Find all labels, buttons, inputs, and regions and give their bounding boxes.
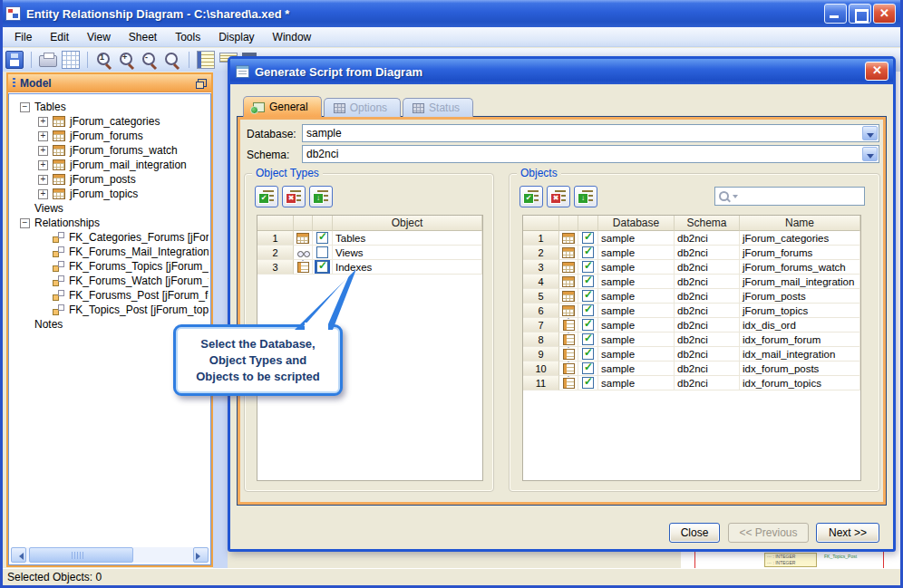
- save-icon[interactable]: [5, 51, 24, 69]
- dialog-title-bar[interactable]: Generate Script from Diagram: [230, 59, 893, 84]
- previous-button[interactable]: << Previous: [728, 523, 809, 543]
- schema-combo[interactable]: db2nci: [302, 145, 879, 163]
- tree-item-label: FK_Forusms_Post [jForum_forums: [69, 289, 209, 302]
- tree-toggle-icon[interactable]: [38, 117, 48, 127]
- tree-item[interactable]: FK_Forusms_Post [jForum_forums: [11, 288, 209, 303]
- panel-list-icon[interactable]: [197, 51, 215, 69]
- table-row[interactable]: 5 sample db2nci jForum_posts: [523, 289, 860, 304]
- menu-bar: FileEditViewSheetToolsDisplayWindow: [0, 27, 903, 47]
- zoom-in-icon[interactable]: +: [118, 51, 136, 69]
- table-row[interactable]: 7 sample db2nci idx_dis_ord: [523, 318, 860, 333]
- table-row[interactable]: 9 sample db2nci idx_mail_integration: [523, 347, 860, 361]
- tree-item[interactable]: jForum_forums: [11, 129, 209, 143]
- tree-item[interactable]: jForum_posts: [11, 172, 209, 187]
- check-all-icon[interactable]: [255, 186, 278, 207]
- print-icon[interactable]: [39, 55, 57, 67]
- tree-toggle-icon[interactable]: [38, 146, 48, 156]
- callout-line: Object Types and: [209, 353, 306, 367]
- objects-rows: 1 sample db2nci jForum_categories 2: [523, 231, 860, 390]
- row-checkbox[interactable]: [316, 232, 328, 244]
- menu-item[interactable]: Display: [209, 28, 263, 46]
- table-row[interactable]: 2 Views: [257, 246, 482, 260]
- drag-handle-icon[interactable]: [13, 78, 15, 89]
- tree-item[interactable]: FK_Forums_Topics [jForum_forums: [11, 259, 209, 274]
- tree-toggle-icon[interactable]: [38, 189, 48, 199]
- row-checkbox[interactable]: [316, 246, 328, 258]
- tree-item[interactable]: jForum_topics: [11, 187, 209, 201]
- uncheck-all-icon[interactable]: [547, 186, 570, 207]
- row-checkbox[interactable]: [582, 232, 594, 244]
- table-row[interactable]: 1 sample db2nci jForum_categories: [523, 231, 860, 246]
- maximize-icon[interactable]: [849, 4, 871, 24]
- table-row[interactable]: 4 sample db2nci jForum_mail_integration: [523, 275, 860, 289]
- table-row[interactable]: 11 sample db2nci idx_forum_topics: [523, 376, 860, 390]
- tree-toggle-icon[interactable]: [38, 160, 48, 170]
- tree-item[interactable]: jForum_forums_watch: [11, 143, 209, 158]
- tree-toggle-icon[interactable]: [20, 218, 30, 228]
- close-button[interactable]: Close: [669, 523, 720, 543]
- invert-check-icon[interactable]: [574, 186, 597, 207]
- tree-item[interactable]: Relationships: [11, 216, 209, 230]
- row-checkbox[interactable]: [582, 290, 594, 302]
- scroll-right-icon[interactable]: [193, 547, 209, 563]
- uncheck-all-icon[interactable]: [282, 186, 306, 207]
- zoom-actual-icon[interactable]: 1: [95, 51, 113, 69]
- menu-item[interactable]: Tools: [166, 28, 209, 46]
- minimize-icon[interactable]: [824, 4, 847, 24]
- dialog-tab[interactable]: Status: [403, 98, 473, 117]
- tree-item[interactable]: FK_Forums_Mail_Integration [jForu: [11, 245, 209, 259]
- table-row[interactable]: 1 Tables: [257, 231, 482, 246]
- next-button[interactable]: Next >>: [816, 523, 879, 543]
- tree-toggle-icon[interactable]: [20, 102, 30, 112]
- row-checkbox[interactable]: [582, 362, 594, 374]
- row-checkbox[interactable]: [582, 261, 594, 273]
- dialog-tab[interactable]: Options: [324, 98, 401, 117]
- table-header-row: Database Schema Name: [523, 216, 860, 231]
- row-checkbox[interactable]: [582, 319, 594, 331]
- table-row[interactable]: 2 sample db2nci jForum_forums: [523, 246, 860, 260]
- menu-item[interactable]: Edit: [41, 28, 78, 46]
- scroll-left-icon[interactable]: [11, 547, 26, 563]
- objects-search-input[interactable]: [714, 187, 865, 206]
- tree-item[interactable]: FK_Topics_Post [jForum_topics - jF: [11, 303, 209, 317]
- row-checkbox[interactable]: [582, 377, 594, 389]
- menu-item[interactable]: File: [5, 28, 41, 46]
- row-checkbox[interactable]: [582, 333, 594, 345]
- zoom-icon[interactable]: [163, 51, 181, 69]
- scrollbar-thumb[interactable]: [29, 547, 133, 563]
- grid-icon[interactable]: [62, 51, 80, 69]
- tree-item[interactable]: Views: [11, 201, 209, 216]
- row-checkbox[interactable]: [582, 246, 594, 258]
- chevron-down-icon[interactable]: [862, 126, 878, 140]
- tree-item[interactable]: Tables: [11, 100, 209, 114]
- model-panel-header[interactable]: Model: [8, 74, 211, 92]
- check-all-icon[interactable]: [519, 186, 543, 207]
- chevron-down-icon[interactable]: [862, 147, 878, 161]
- float-panel-icon[interactable]: [198, 79, 207, 87]
- dialog-close-icon[interactable]: [865, 62, 888, 81]
- search-filter-caret-icon[interactable]: [733, 195, 738, 201]
- tree-item[interactable]: jForum_mail_integration: [11, 158, 209, 172]
- table-row[interactable]: 10 sample db2nci idx_forum_posts: [523, 361, 860, 376]
- dialog-tab[interactable]: General: [243, 96, 322, 117]
- row-checkbox[interactable]: [582, 348, 594, 360]
- tree-toggle-icon[interactable]: [38, 175, 48, 185]
- table-row[interactable]: 3 sample db2nci jForum_forums_watch: [523, 260, 860, 275]
- invert-check-icon[interactable]: [309, 186, 333, 207]
- object-type-label: Tables: [333, 231, 482, 246]
- menu-item[interactable]: Window: [264, 28, 321, 46]
- row-checkbox[interactable]: [582, 304, 594, 316]
- table-row[interactable]: 8 sample db2nci idx_forum_forum: [523, 333, 860, 347]
- tree-toggle-icon[interactable]: [38, 131, 48, 141]
- tree-item[interactable]: jForum_categories: [11, 114, 209, 129]
- menu-item[interactable]: Sheet: [120, 28, 166, 46]
- tree-item[interactable]: FK_Forums_Watch [jForum_forums: [11, 274, 209, 288]
- horizontal-scrollbar[interactable]: [11, 547, 209, 563]
- close-icon[interactable]: [873, 4, 896, 24]
- database-combo[interactable]: sample: [302, 124, 879, 142]
- row-checkbox[interactable]: [582, 275, 594, 287]
- zoom-out-icon[interactable]: -: [141, 51, 159, 69]
- menu-item[interactable]: View: [78, 28, 120, 46]
- table-row[interactable]: 6 sample db2nci jForum_topics: [523, 304, 860, 318]
- tree-item[interactable]: FK_Categories_Forums [jForum_ca: [11, 230, 209, 245]
